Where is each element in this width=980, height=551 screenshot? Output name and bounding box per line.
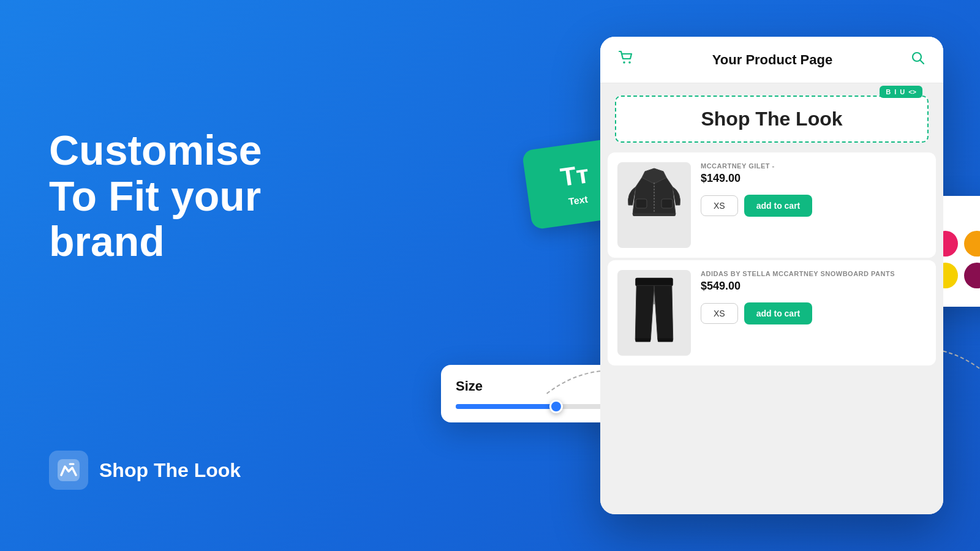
- toolbar-bold[interactable]: B: [886, 88, 891, 96]
- product-actions-2: XS add to cart: [701, 302, 926, 324]
- size-slider-fill: [456, 404, 556, 409]
- product-actions-1: XS add to cart: [701, 195, 926, 217]
- left-panel: Customise To Fit your brand Shop The Loo…: [49, 0, 368, 551]
- headline-line2: To Fit your: [49, 173, 261, 219]
- product-info-1: MCCARTNEY GILET - $149.00 XS add to cart: [701, 162, 926, 217]
- product-page: Your Product Page B I U <> Shop The Look: [600, 37, 943, 514]
- svg-rect-7: [662, 199, 673, 208]
- product-info-2: ADIDAS BY STELLA MCCARTNEY SNOWBOARD PAN…: [701, 270, 926, 324]
- toolbar-italic[interactable]: I: [894, 88, 896, 96]
- brand-row: Shop The Look: [49, 451, 241, 490]
- size-badge-1[interactable]: XS: [701, 195, 738, 216]
- add-to-cart-btn-2[interactable]: add to cart: [744, 302, 813, 324]
- product-item-2: ADIDAS BY STELLA MCCARTNEY SNOWBOARD PAN…: [608, 260, 936, 365]
- page-title: Your Product Page: [712, 52, 832, 68]
- product-brand-2: ADIDAS BY STELLA MCCARTNEY SNOWBOARD PAN…: [701, 270, 926, 277]
- product-item-1: MCCARTNEY GILET - $149.00 XS add to cart: [608, 152, 936, 258]
- brand-logo: [49, 451, 88, 490]
- product-price-2: $549.00: [701, 280, 926, 293]
- size-badge-2[interactable]: XS: [701, 303, 738, 324]
- text-toolbar[interactable]: B I U <>: [880, 86, 922, 98]
- size-slider-thumb[interactable]: [549, 400, 563, 413]
- size-slider-track[interactable]: [456, 404, 610, 409]
- brand-name-label: Shop The Look: [99, 459, 241, 482]
- product-image-vest: [617, 162, 691, 248]
- pants-svg: [630, 275, 679, 351]
- vest-svg: [624, 165, 685, 245]
- shop-look-banner-text: Shop The Look: [701, 108, 842, 130]
- product-image-pants: [617, 270, 691, 356]
- svg-point-2: [628, 61, 631, 64]
- color-dot-orange[interactable]: [964, 231, 980, 257]
- svg-rect-6: [636, 199, 647, 208]
- logo-icon: [56, 458, 81, 482]
- product-brand-1: MCCARTNEY GILET -: [701, 162, 926, 170]
- main-headline: Customise To Fit your brand: [49, 127, 368, 264]
- svg-point-1: [623, 61, 625, 64]
- svg-rect-8: [635, 277, 673, 285]
- search-icon[interactable]: [910, 50, 926, 70]
- product-page-container: Tт Text Colors Size: [600, 37, 943, 514]
- toolbar-underline[interactable]: U: [900, 88, 905, 96]
- toolbar-link[interactable]: <>: [908, 88, 916, 96]
- svg-rect-10: [658, 338, 673, 342]
- text-widget-label: Text: [568, 194, 589, 208]
- product-price-1: $149.00: [701, 172, 926, 185]
- cart-icon: [617, 49, 635, 70]
- svg-rect-9: [635, 338, 650, 342]
- color-dot-darkpink[interactable]: [964, 263, 980, 288]
- product-list: MCCARTNEY GILET - $149.00 XS add to cart: [600, 152, 943, 365]
- add-to-cart-btn-1[interactable]: add to cart: [744, 195, 813, 217]
- svg-rect-5: [633, 213, 676, 216]
- shop-look-banner: B I U <> Shop The Look: [615, 96, 929, 143]
- text-widget-icon: Tт: [559, 159, 590, 192]
- headline-line1: Customise: [49, 127, 262, 173]
- headline-line3: brand: [49, 218, 165, 264]
- page-header: Your Product Page: [600, 37, 943, 83]
